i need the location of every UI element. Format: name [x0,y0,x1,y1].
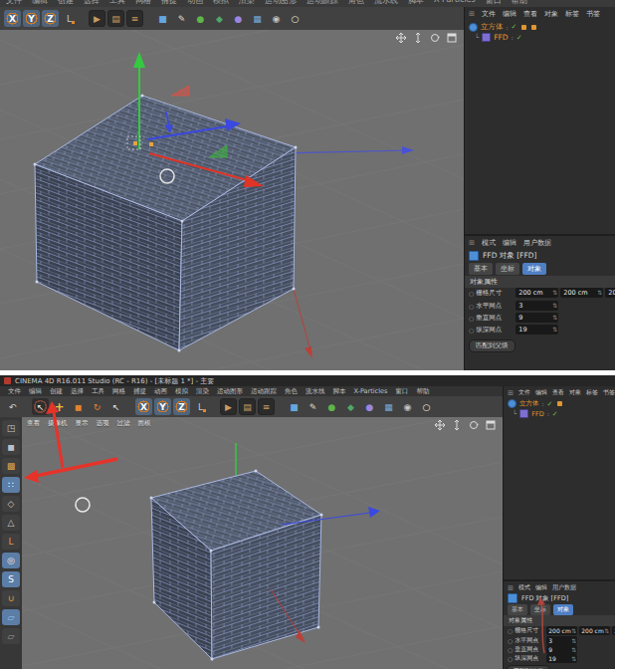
lock-x-button[interactable]: X [135,398,152,415]
menu-item[interactable]: 运动跟踪 [307,0,338,6]
add-modeling-button[interactable]: ◆ [342,398,359,415]
menu-item[interactable]: 窗口 [486,0,502,6]
om-menu-item[interactable]: 对象 [569,388,581,397]
vertical-points-field[interactable]: 9 [515,313,558,323]
add-generator-button[interactable]: ● [323,398,340,415]
zoom-icon[interactable] [411,32,424,43]
panel-menu-icon[interactable]: ⊞ [508,389,514,397]
grid-size-x-field[interactable]: 200 cm [546,626,577,635]
menu-item[interactable]: 捕捉 [133,387,146,396]
enabled-check-icon[interactable]: ✓ [552,410,558,418]
polygons-mode-button[interactable]: △ [2,515,20,531]
scale-tool[interactable]: ◼ [70,398,87,415]
om-menu-item[interactable]: 标签 [565,9,579,19]
rotate-icon[interactable] [428,32,441,43]
depth-points-field[interactable]: 19 [546,654,577,663]
add-cube-button[interactable]: ■ [154,10,171,27]
am-menu-item[interactable]: 模式 [518,583,530,592]
anim-dot-icon[interactable]: ○ [469,327,474,334]
fit-to-parent-button[interactable]: 匹配到父级 [469,339,515,352]
add-environment-button[interactable]: ▦ [380,398,397,415]
anim-dot-icon[interactable]: ○ [508,655,513,662]
menu-item[interactable]: 创建 [50,387,63,396]
tab-coordinates[interactable]: 坐标 [496,263,519,275]
zoom-icon[interactable] [450,419,463,430]
menu-item[interactable]: 文件 [6,0,22,6]
object-row-cube[interactable]: 立方体 : ✓ [465,22,536,32]
menu-item[interactable]: 运动图形 [265,0,297,6]
render-view-button[interactable]: ▶ [89,10,105,27]
visibility-dots-icon[interactable]: : [512,34,514,41]
om-menu-item[interactable]: 编辑 [503,9,516,19]
om-menu-item[interactable]: 编辑 [535,388,547,397]
add-deformer-button[interactable]: ● [230,10,247,27]
menu-item[interactable]: 运动图形 [217,387,243,396]
anim-dot-icon[interactable]: ○ [508,646,513,653]
lock-workplane-button[interactable]: ▱ [2,628,20,644]
grid-size-y-field[interactable]: 200 cm [579,626,610,635]
grid-size-x-field[interactable]: 200 cm [515,288,558,298]
add-camera-button[interactable]: ◉ [399,398,416,415]
tab-basic[interactable]: 基本 [508,604,527,615]
menu-item[interactable]: 编辑 [29,387,42,396]
object-name[interactable]: 立方体 [519,399,539,408]
om-menu-item[interactable]: 书签 [603,388,615,397]
menu-item[interactable]: 角色 [285,387,298,396]
phong-tag-icon[interactable] [521,25,526,30]
am-menu-item[interactable]: 编辑 [503,238,516,248]
maximize-icon[interactable] [445,32,458,43]
enabled-check-icon[interactable]: ✓ [516,34,522,42]
panel-splitter[interactable] [504,579,615,581]
om-menu-item[interactable]: 文件 [482,9,496,19]
menu-item[interactable]: X-Particles [354,387,388,396]
menu-item[interactable]: 动画 [187,0,203,6]
horizontal-points-field[interactable]: 3 [546,636,577,645]
viewport-menu-item[interactable]: 面板 [138,419,151,428]
menu-item[interactable]: 动画 [154,387,167,396]
model-mode-button[interactable]: ◼ [2,439,20,455]
om-menu-item[interactable]: 对象 [544,9,558,19]
horizontal-points-field[interactable]: 3 [515,301,558,311]
coordinate-system-button[interactable]: L [192,398,209,415]
am-menu-item[interactable]: 编辑 [535,583,547,592]
object-row-cube[interactable]: 立方体 : ✓ [504,399,562,408]
menu-item[interactable]: 脚本 [408,0,424,6]
menu-item[interactable]: 工具 [92,387,104,396]
grid-size-z-field[interactable]: 200 cm [612,626,615,635]
add-camera-button[interactable]: ◉ [268,10,285,27]
menu-item[interactable]: 工具 [109,0,125,6]
menu-item[interactable]: 渲染 [239,0,255,6]
coordinate-system-button[interactable]: L [61,10,78,27]
fit-to-parent-button[interactable]: 匹配到父级 [507,665,550,669]
enabled-check-icon[interactable]: ✓ [547,400,553,408]
tag-icon[interactable] [531,25,536,30]
viewport-menu-item[interactable]: 选项 [97,419,109,428]
menu-item[interactable]: 脚本 [333,387,346,396]
menu-item[interactable]: 文件 [8,387,21,396]
viewport-menu-item[interactable]: 显示 [76,419,89,428]
viewport-perspective[interactable] [0,30,464,370]
magnet-snap-button[interactable]: ∪ [2,590,20,606]
maximize-icon[interactable] [484,419,497,430]
om-menu-item[interactable]: 查看 [552,388,564,397]
make-editable-button[interactable]: ◳ [2,420,20,436]
object-row-ffd[interactable]: └ FFD : ✓ [465,33,522,42]
pan-icon[interactable] [433,419,446,430]
render-settings-button[interactable]: ≡ [258,398,275,415]
visibility-dots-icon[interactable]: : [547,410,549,417]
menu-item[interactable]: 选择 [84,0,100,6]
om-menu-item[interactable]: 书签 [586,9,600,19]
enabled-check-icon[interactable]: ✓ [512,23,517,31]
title-bar[interactable]: CINEMA 4D R16.011 Studio (RC - R16) - [未… [0,375,615,386]
am-menu-item[interactable]: 模式 [482,238,496,248]
lock-x-button[interactable]: X [4,10,21,27]
rotate-tool[interactable]: ↻ [89,398,105,415]
edges-mode-button[interactable]: ◇ [2,496,20,512]
tab-basic[interactable]: 基本 [469,263,493,275]
viewport-solo-button[interactable]: ◎ [2,553,20,568]
render-picture-viewer-button[interactable]: ▤ [239,398,256,415]
pan-icon[interactable] [394,32,407,43]
workplane-button[interactable]: ▱ [2,609,20,625]
vertical-points-field[interactable]: 9 [546,645,577,654]
panel-splitter[interactable] [465,234,615,236]
